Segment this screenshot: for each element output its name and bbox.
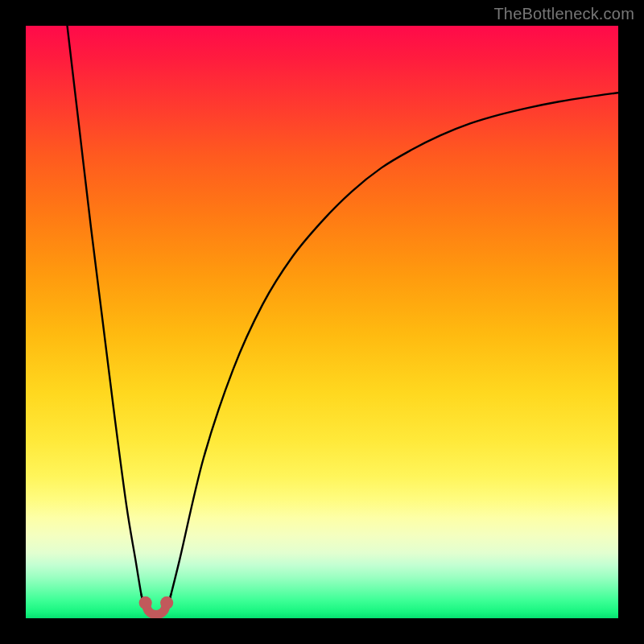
- curves-svg: [26, 26, 618, 618]
- chart-frame: TheBottleneck.com: [0, 0, 644, 644]
- series-left-branch: [68, 26, 145, 606]
- valley-arc-left: [139, 597, 152, 609]
- watermark-text: TheBottleneck.com: [493, 5, 634, 23]
- valley-arc-right: [160, 597, 173, 609]
- series-right-branch: [168, 93, 618, 606]
- plot-area: [26, 26, 618, 618]
